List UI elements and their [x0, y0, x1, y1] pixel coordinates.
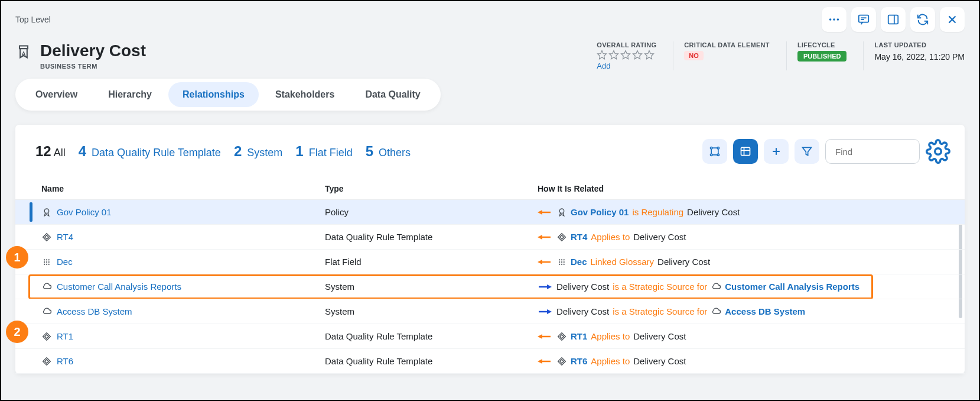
column-name[interactable]: Name [41, 178, 325, 199]
tab-data-quality[interactable]: Data Quality [351, 82, 434, 107]
item-type: Flat Field [325, 257, 538, 267]
rel-subject[interactable]: RT6 [571, 356, 587, 366]
rel-subject[interactable]: Gov Policy 01 [571, 207, 629, 217]
tab-hierarchy[interactable]: Hierarchy [94, 82, 166, 107]
item-link[interactable]: RT4 [57, 232, 73, 242]
table-row[interactable]: DecFlat FieldDec Linked Glossary Deliver… [15, 250, 965, 274]
cloud-icon [41, 282, 52, 292]
rel-subject: Delivery Cost [556, 306, 609, 316]
star-icon [644, 50, 655, 60]
rating-stars[interactable] [597, 50, 656, 60]
table-row[interactable]: RT1Data Quality Rule TemplateRT1 Applies… [15, 324, 965, 349]
graph-icon [709, 145, 721, 157]
more-button[interactable] [822, 7, 846, 32]
search-input[interactable] [825, 139, 920, 164]
table-row[interactable]: RT4Data Quality Rule TemplateRT4 Applies… [15, 225, 965, 250]
filter-all[interactable]: 12All [35, 143, 66, 160]
rel-verb: is a Strategic Source for [613, 282, 707, 292]
tab-stakeholders[interactable]: Stakeholders [261, 82, 349, 107]
item-link[interactable]: Customer Call Analysis Reports [57, 282, 181, 292]
rel-verb: Applies to [591, 232, 630, 242]
item-type: Data Quality Rule Template [325, 356, 538, 366]
add-button[interactable] [764, 139, 789, 164]
column-type[interactable]: Type [325, 178, 538, 199]
filter-system[interactable]: 2 System [234, 143, 282, 160]
column-relationship[interactable]: How It Is Related [538, 178, 939, 199]
close-icon [946, 13, 959, 26]
table-row[interactable]: Gov Policy 01PolicyGov Policy 01 is Regu… [15, 200, 965, 225]
item-link[interactable]: Access DB System [57, 306, 132, 316]
diamond-icon [556, 331, 567, 342]
item-type: Data Quality Rule Template [325, 232, 538, 242]
arrow-right-icon [538, 308, 552, 316]
gear-icon [926, 139, 950, 164]
cde-badge: NO [684, 51, 704, 60]
term-icon: A [15, 44, 32, 60]
panel-icon [887, 13, 900, 26]
rel-subject: Delivery Cost [556, 282, 609, 292]
item-link[interactable]: Gov Policy 01 [57, 207, 112, 217]
rel-verb: Applies to [591, 356, 630, 366]
svg-point-19 [717, 154, 719, 156]
tab-relationships[interactable]: Relationships [168, 82, 259, 107]
tab-overview[interactable]: Overview [21, 82, 92, 107]
arrow-left-icon [538, 233, 552, 241]
annotation-callout-2: 2 [6, 321, 28, 343]
svg-point-17 [717, 147, 719, 149]
item-type: Policy [325, 207, 538, 217]
breadcrumb[interactable]: Top Level [15, 15, 51, 24]
arrow-left-icon [538, 357, 552, 366]
table-row[interactable]: Access DB SystemSystemDelivery Cost is a… [15, 299, 965, 324]
rel-object: Delivery Cost [633, 331, 686, 341]
tabs-container: OverviewHierarchyRelationshipsStakeholde… [15, 79, 441, 111]
filter-dqrt[interactable]: 4 Data Quality Rule Template [79, 143, 221, 160]
filter-flatfield[interactable]: 1 Flat Field [295, 143, 352, 160]
rel-object[interactable]: Customer Call Analysis Reports [725, 282, 859, 292]
chat-icon [857, 13, 870, 26]
cloud-icon [711, 306, 721, 317]
table-view-button[interactable] [733, 139, 758, 164]
page-title: Delivery Cost [40, 41, 146, 60]
filter-others[interactable]: 5 Others [366, 143, 411, 160]
rel-subject[interactable]: Dec [571, 257, 587, 267]
rel-verb: Linked Glossary [591, 257, 655, 267]
svg-rect-6 [888, 15, 898, 24]
lifecycle-badge: PUBLISHED [797, 51, 847, 62]
comment-button[interactable] [851, 7, 876, 32]
item-link[interactable]: RT6 [57, 356, 73, 366]
item-type: System [325, 282, 538, 292]
graph-view-button[interactable] [702, 139, 727, 164]
rating-add-link[interactable]: Add [597, 62, 656, 70]
star-icon [620, 50, 631, 60]
svg-point-1 [833, 18, 835, 21]
svg-point-2 [837, 18, 839, 21]
svg-marker-14 [633, 51, 642, 59]
item-link[interactable]: Dec [57, 257, 73, 267]
star-icon [632, 50, 643, 60]
rel-subject[interactable]: RT4 [571, 232, 587, 242]
svg-rect-20 [741, 147, 750, 155]
svg-text:A: A [21, 50, 25, 57]
award-icon [41, 207, 52, 218]
more-icon [828, 13, 841, 26]
updated-label: LAST UPDATED [874, 41, 965, 48]
table-icon [740, 145, 751, 157]
svg-point-26 [935, 148, 942, 155]
item-type: System [325, 306, 538, 316]
table-row[interactable]: Customer Call Analysis ReportsSystemDeli… [15, 274, 965, 299]
item-link[interactable]: RT1 [57, 331, 73, 341]
diamond-icon [41, 232, 52, 242]
filter-button[interactable] [795, 139, 819, 164]
table-row[interactable]: RT6Data Quality Rule TemplateRT6 Applies… [15, 349, 965, 374]
panel-button[interactable] [881, 7, 906, 32]
close-button[interactable] [940, 7, 965, 32]
rel-subject[interactable]: RT1 [571, 331, 587, 341]
svg-marker-11 [598, 51, 607, 59]
rel-verb: is a Strategic Source for [613, 306, 707, 316]
refresh-button[interactable] [910, 7, 935, 32]
settings-button[interactable] [926, 139, 950, 164]
rel-object[interactable]: Access DB System [725, 306, 805, 316]
annotation-callout-1: 1 [6, 246, 28, 269]
diamond-icon [41, 331, 52, 342]
grid-icon [41, 257, 52, 267]
